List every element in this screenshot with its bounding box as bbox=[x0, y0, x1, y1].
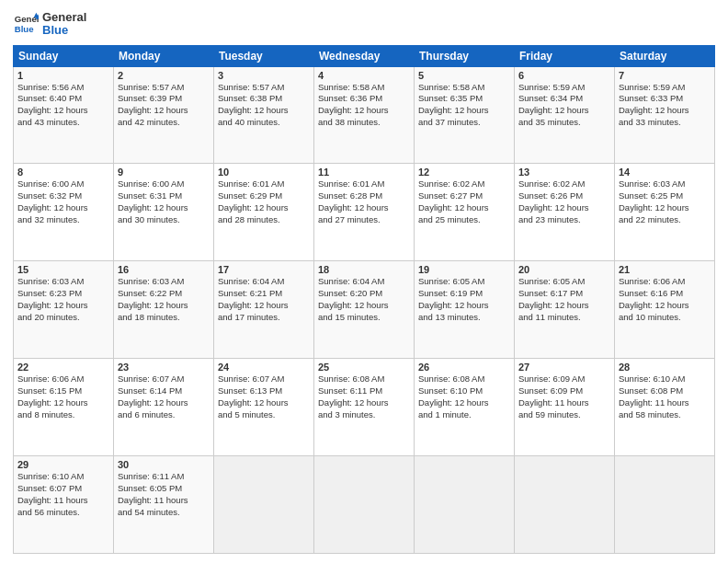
cell-line: Sunrise: 5:58 AM bbox=[318, 82, 410, 94]
cell-line: and 42 minutes. bbox=[118, 117, 210, 129]
day-number: 1 bbox=[17, 70, 109, 81]
cell-line: Sunset: 6:19 PM bbox=[418, 288, 510, 300]
cell-content: Sunrise: 6:08 AMSunset: 6:11 PMDaylight:… bbox=[318, 373, 410, 420]
calendar-cell: 4Sunrise: 5:58 AMSunset: 6:36 PMDaylight… bbox=[314, 66, 415, 164]
cell-line: Sunset: 6:15 PM bbox=[17, 385, 109, 397]
cell-line: Sunrise: 6:06 AM bbox=[17, 373, 109, 385]
calendar-cell: 2Sunrise: 5:57 AMSunset: 6:39 PMDaylight… bbox=[114, 66, 214, 164]
cell-line: Daylight: 12 hours bbox=[518, 202, 610, 214]
cell-line: Sunset: 6:17 PM bbox=[518, 288, 610, 300]
cell-content: Sunrise: 6:02 AMSunset: 6:26 PMDaylight:… bbox=[518, 178, 610, 225]
day-number: 13 bbox=[518, 167, 610, 178]
calendar-cell: 29Sunrise: 6:10 AMSunset: 6:07 PMDayligh… bbox=[14, 456, 114, 554]
cell-content: Sunrise: 6:07 AMSunset: 6:13 PMDaylight:… bbox=[218, 373, 310, 420]
cell-line: and 54 minutes. bbox=[118, 507, 210, 519]
cell-content: Sunrise: 6:03 AMSunset: 6:23 PMDaylight:… bbox=[17, 276, 109, 323]
cell-content: Sunrise: 6:03 AMSunset: 6:22 PMDaylight:… bbox=[118, 276, 210, 323]
cell-line: Daylight: 12 hours bbox=[318, 397, 410, 409]
cell-line: Sunset: 6:29 PM bbox=[218, 190, 310, 202]
cell-line: Sunrise: 6:04 AM bbox=[218, 276, 310, 288]
cell-line: Sunset: 6:32 PM bbox=[17, 190, 109, 202]
day-number: 11 bbox=[318, 167, 410, 178]
weekday-header-monday: Monday bbox=[114, 45, 214, 66]
cell-line: and 13 minutes. bbox=[418, 312, 510, 324]
logo-text-line1: General bbox=[42, 11, 86, 24]
calendar-cell: 28Sunrise: 6:10 AMSunset: 6:08 PMDayligh… bbox=[615, 359, 715, 456]
cell-line: and 20 minutes. bbox=[17, 312, 109, 324]
day-number: 7 bbox=[619, 70, 711, 81]
calendar-cell: 17Sunrise: 6:04 AMSunset: 6:21 PMDayligh… bbox=[214, 261, 314, 359]
cell-line: and 11 minutes. bbox=[518, 312, 610, 324]
calendar-cell: 9Sunrise: 6:00 AMSunset: 6:31 PMDaylight… bbox=[114, 164, 214, 261]
cell-line: Sunset: 6:28 PM bbox=[318, 190, 410, 202]
cell-line: Sunrise: 6:11 AM bbox=[118, 471, 210, 483]
calendar-week-3: 15Sunrise: 6:03 AMSunset: 6:23 PMDayligh… bbox=[14, 261, 715, 359]
day-number: 4 bbox=[318, 70, 410, 81]
svg-text:Blue: Blue bbox=[15, 24, 34, 34]
cell-line: Daylight: 11 hours bbox=[118, 495, 210, 507]
cell-line: Sunrise: 6:10 AM bbox=[17, 471, 109, 483]
cell-line: and 1 minute. bbox=[418, 409, 510, 421]
cell-line: Daylight: 12 hours bbox=[118, 300, 210, 312]
cell-line: Sunrise: 6:07 AM bbox=[218, 373, 310, 385]
cell-content: Sunrise: 6:04 AMSunset: 6:20 PMDaylight:… bbox=[318, 276, 410, 323]
cell-line: Daylight: 12 hours bbox=[518, 105, 610, 117]
cell-line: and 40 minutes. bbox=[218, 117, 310, 129]
cell-line: and 6 minutes. bbox=[118, 409, 210, 421]
cell-line: Sunset: 6:13 PM bbox=[218, 385, 310, 397]
cell-line: Daylight: 12 hours bbox=[218, 202, 310, 214]
cell-line: and 17 minutes. bbox=[218, 312, 310, 324]
cell-line: Sunset: 6:23 PM bbox=[17, 288, 109, 300]
cell-line: Sunrise: 6:02 AM bbox=[518, 178, 610, 190]
day-number: 28 bbox=[619, 362, 711, 373]
cell-line: Sunrise: 6:03 AM bbox=[619, 178, 711, 190]
cell-line: and 10 minutes. bbox=[619, 312, 711, 324]
calendar-week-1: 1Sunrise: 5:56 AMSunset: 6:40 PMDaylight… bbox=[14, 66, 715, 164]
cell-line: Sunset: 6:39 PM bbox=[118, 93, 210, 105]
cell-line: Sunset: 6:08 PM bbox=[619, 385, 711, 397]
cell-line: and 8 minutes. bbox=[17, 409, 109, 421]
calendar-cell: 3Sunrise: 5:57 AMSunset: 6:38 PMDaylight… bbox=[214, 66, 314, 164]
calendar-week-2: 8Sunrise: 6:00 AMSunset: 6:32 PMDaylight… bbox=[14, 164, 715, 261]
weekday-header-tuesday: Tuesday bbox=[214, 45, 314, 66]
cell-content: Sunrise: 6:01 AMSunset: 6:29 PMDaylight:… bbox=[218, 178, 310, 225]
cell-line: Sunrise: 6:08 AM bbox=[318, 373, 410, 385]
cell-line: Daylight: 12 hours bbox=[518, 300, 610, 312]
calendar-cell bbox=[615, 456, 715, 554]
cell-line: Sunrise: 5:57 AM bbox=[118, 82, 210, 94]
day-number: 5 bbox=[418, 70, 510, 81]
weekday-header-saturday: Saturday bbox=[615, 45, 715, 66]
cell-line: Sunrise: 6:05 AM bbox=[418, 276, 510, 288]
cell-line: Daylight: 12 hours bbox=[619, 300, 711, 312]
weekday-header-wednesday: Wednesday bbox=[314, 45, 415, 66]
cell-line: Daylight: 12 hours bbox=[218, 105, 310, 117]
day-number: 12 bbox=[418, 167, 510, 178]
cell-content: Sunrise: 5:57 AMSunset: 6:38 PMDaylight:… bbox=[218, 82, 310, 129]
cell-content: Sunrise: 5:58 AMSunset: 6:35 PMDaylight:… bbox=[418, 82, 510, 129]
cell-line: Daylight: 12 hours bbox=[17, 397, 109, 409]
cell-line: Sunrise: 6:06 AM bbox=[619, 276, 711, 288]
cell-line: Sunset: 6:33 PM bbox=[619, 93, 711, 105]
calendar-cell: 7Sunrise: 5:59 AMSunset: 6:33 PMDaylight… bbox=[615, 66, 715, 164]
day-number: 19 bbox=[418, 264, 510, 275]
cell-line: and 18 minutes. bbox=[118, 312, 210, 324]
cell-line: and 59 minutes. bbox=[518, 409, 610, 421]
calendar-cell bbox=[515, 456, 615, 554]
cell-line: Sunset: 6:09 PM bbox=[518, 385, 610, 397]
logo: General Blue General Blue bbox=[13, 11, 86, 38]
cell-content: Sunrise: 6:11 AMSunset: 6:05 PMDaylight:… bbox=[118, 471, 210, 518]
cell-line: Sunrise: 6:01 AM bbox=[218, 178, 310, 190]
day-number: 6 bbox=[518, 70, 610, 81]
cell-line: and 27 minutes. bbox=[318, 214, 410, 226]
cell-content: Sunrise: 6:08 AMSunset: 6:10 PMDaylight:… bbox=[418, 373, 510, 420]
calendar-page: General Blue General Blue SundayMondayTu… bbox=[0, 0, 728, 563]
day-number: 29 bbox=[17, 459, 109, 470]
cell-line: Sunrise: 5:59 AM bbox=[518, 82, 610, 94]
calendar-cell: 11Sunrise: 6:01 AMSunset: 6:28 PMDayligh… bbox=[314, 164, 415, 261]
cell-content: Sunrise: 5:57 AMSunset: 6:39 PMDaylight:… bbox=[118, 82, 210, 129]
cell-line: Sunrise: 6:04 AM bbox=[318, 276, 410, 288]
calendar-cell: 16Sunrise: 6:03 AMSunset: 6:22 PMDayligh… bbox=[114, 261, 214, 359]
calendar-cell: 30Sunrise: 6:11 AMSunset: 6:05 PMDayligh… bbox=[114, 456, 214, 554]
calendar-table: SundayMondayTuesdayWednesdayThursdayFrid… bbox=[13, 45, 715, 554]
cell-line: Daylight: 12 hours bbox=[318, 300, 410, 312]
